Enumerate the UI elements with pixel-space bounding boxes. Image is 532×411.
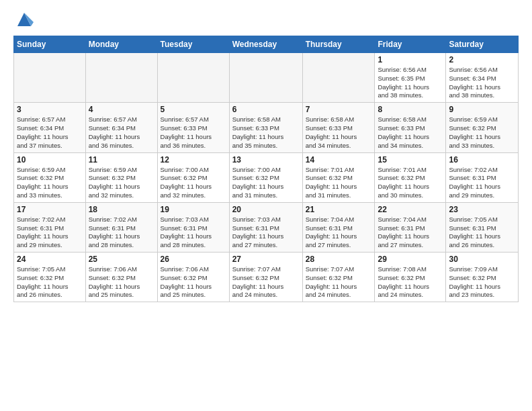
day-number: 28 — [306, 255, 372, 264]
day-number: 9 — [449, 105, 515, 114]
day-number: 29 — [378, 255, 443, 264]
week-row-5: 24Sunrise: 7:05 AM Sunset: 6:32 PM Dayli… — [14, 253, 519, 302]
day-cell — [85, 53, 157, 103]
day-cell: 1Sunrise: 6:56 AM Sunset: 6:35 PM Daylig… — [375, 53, 446, 103]
day-number: 1 — [378, 55, 443, 64]
week-row-1: 1Sunrise: 6:56 AM Sunset: 6:35 PM Daylig… — [14, 53, 519, 103]
day-info: Sunrise: 7:02 AM Sunset: 6:31 PM Dayligh… — [449, 166, 515, 200]
day-cell: 19Sunrise: 7:03 AM Sunset: 6:31 PM Dayli… — [157, 202, 229, 252]
day-info: Sunrise: 6:56 AM Sunset: 6:34 PM Dayligh… — [449, 66, 515, 100]
day-cell: 29Sunrise: 7:08 AM Sunset: 6:32 PM Dayli… — [375, 253, 446, 302]
day-number: 20 — [232, 205, 300, 214]
day-info: Sunrise: 7:09 AM Sunset: 6:32 PM Dayligh… — [449, 265, 515, 300]
day-info: Sunrise: 7:01 AM Sunset: 6:32 PM Dayligh… — [306, 166, 372, 200]
day-number: 23 — [449, 205, 515, 214]
day-number: 12 — [161, 155, 226, 165]
weekday-header-row: SundayMondayTuesdayWednesdayThursdayFrid… — [14, 36, 519, 53]
day-info: Sunrise: 6:58 AM Sunset: 6:33 PM Dayligh… — [232, 116, 300, 150]
weekday-friday: Friday — [375, 36, 446, 53]
day-info: Sunrise: 7:06 AM Sunset: 6:32 PM Dayligh… — [89, 265, 154, 300]
day-number: 7 — [306, 105, 372, 114]
day-cell — [157, 53, 229, 103]
day-cell: 6Sunrise: 6:58 AM Sunset: 6:33 PM Daylig… — [229, 103, 302, 152]
calendar: SundayMondayTuesdayWednesdayThursdayFrid… — [13, 36, 519, 302]
day-cell: 13Sunrise: 7:00 AM Sunset: 6:32 PM Dayli… — [229, 152, 302, 202]
day-number: 26 — [161, 255, 226, 264]
day-number: 6 — [232, 105, 300, 114]
day-cell: 20Sunrise: 7:03 AM Sunset: 6:31 PM Dayli… — [229, 202, 302, 252]
day-info: Sunrise: 6:57 AM Sunset: 6:34 PM Dayligh… — [89, 116, 154, 150]
day-cell: 22Sunrise: 7:04 AM Sunset: 6:31 PM Dayli… — [375, 202, 446, 252]
day-cell: 27Sunrise: 7:07 AM Sunset: 6:32 PM Dayli… — [229, 253, 302, 302]
day-cell: 30Sunrise: 7:09 AM Sunset: 6:32 PM Dayli… — [446, 253, 519, 302]
day-info: Sunrise: 6:59 AM Sunset: 6:32 PM Dayligh… — [17, 166, 83, 200]
day-cell: 4Sunrise: 6:57 AM Sunset: 6:34 PM Daylig… — [85, 103, 157, 152]
logo — [13, 10, 34, 29]
weekday-sunday: Sunday — [14, 36, 86, 53]
logo-icon — [15, 10, 34, 29]
day-cell: 23Sunrise: 7:05 AM Sunset: 6:31 PM Dayli… — [446, 202, 519, 252]
day-cell: 9Sunrise: 6:59 AM Sunset: 6:32 PM Daylig… — [446, 103, 519, 152]
day-cell: 5Sunrise: 6:57 AM Sunset: 6:33 PM Daylig… — [157, 103, 229, 152]
day-number: 30 — [449, 255, 515, 264]
day-number: 16 — [449, 155, 515, 165]
day-info: Sunrise: 7:03 AM Sunset: 6:31 PM Dayligh… — [232, 216, 300, 250]
day-cell: 21Sunrise: 7:04 AM Sunset: 6:31 PM Dayli… — [302, 202, 375, 252]
day-cell: 25Sunrise: 7:06 AM Sunset: 6:32 PM Dayli… — [85, 253, 157, 302]
day-info: Sunrise: 7:00 AM Sunset: 6:32 PM Dayligh… — [232, 166, 300, 200]
day-info: Sunrise: 6:56 AM Sunset: 6:35 PM Dayligh… — [378, 66, 443, 100]
day-cell: 14Sunrise: 7:01 AM Sunset: 6:32 PM Dayli… — [302, 152, 375, 202]
day-info: Sunrise: 7:04 AM Sunset: 6:31 PM Dayligh… — [306, 216, 372, 250]
day-number: 11 — [89, 155, 154, 165]
weekday-wednesday: Wednesday — [229, 36, 302, 53]
day-number: 10 — [17, 155, 83, 165]
weekday-thursday: Thursday — [302, 36, 375, 53]
day-number: 15 — [378, 155, 443, 165]
day-number: 17 — [17, 205, 83, 214]
day-info: Sunrise: 7:08 AM Sunset: 6:32 PM Dayligh… — [378, 265, 443, 300]
day-cell: 2Sunrise: 6:56 AM Sunset: 6:34 PM Daylig… — [446, 53, 519, 103]
day-cell: 26Sunrise: 7:06 AM Sunset: 6:32 PM Dayli… — [157, 253, 229, 302]
weekday-tuesday: Tuesday — [157, 36, 229, 53]
day-number: 8 — [378, 105, 443, 114]
page: SundayMondayTuesdayWednesdayThursdayFrid… — [0, 0, 532, 312]
day-info: Sunrise: 7:00 AM Sunset: 6:32 PM Dayligh… — [161, 166, 226, 200]
day-info: Sunrise: 6:58 AM Sunset: 6:33 PM Dayligh… — [378, 116, 443, 150]
day-cell: 18Sunrise: 7:02 AM Sunset: 6:31 PM Dayli… — [85, 202, 157, 252]
day-number: 4 — [89, 105, 154, 114]
week-row-3: 10Sunrise: 6:59 AM Sunset: 6:32 PM Dayli… — [14, 152, 519, 202]
day-cell: 10Sunrise: 6:59 AM Sunset: 6:32 PM Dayli… — [14, 152, 86, 202]
day-cell: 15Sunrise: 7:01 AM Sunset: 6:32 PM Dayli… — [375, 152, 446, 202]
day-info: Sunrise: 6:58 AM Sunset: 6:33 PM Dayligh… — [306, 116, 372, 150]
day-number: 24 — [17, 255, 83, 264]
day-cell: 16Sunrise: 7:02 AM Sunset: 6:31 PM Dayli… — [446, 152, 519, 202]
day-cell — [302, 53, 375, 103]
day-info: Sunrise: 7:01 AM Sunset: 6:32 PM Dayligh… — [378, 166, 443, 200]
week-row-2: 3Sunrise: 6:57 AM Sunset: 6:34 PM Daylig… — [14, 103, 519, 152]
day-info: Sunrise: 7:05 AM Sunset: 6:32 PM Dayligh… — [17, 265, 83, 300]
day-cell: 28Sunrise: 7:07 AM Sunset: 6:32 PM Dayli… — [302, 253, 375, 302]
day-cell: 17Sunrise: 7:02 AM Sunset: 6:31 PM Dayli… — [14, 202, 86, 252]
day-info: Sunrise: 7:06 AM Sunset: 6:32 PM Dayligh… — [161, 265, 226, 300]
day-info: Sunrise: 7:07 AM Sunset: 6:32 PM Dayligh… — [306, 265, 372, 300]
day-number: 19 — [161, 205, 226, 214]
day-cell — [229, 53, 302, 103]
day-cell: 11Sunrise: 6:59 AM Sunset: 6:32 PM Dayli… — [85, 152, 157, 202]
day-info: Sunrise: 7:05 AM Sunset: 6:31 PM Dayligh… — [449, 216, 515, 250]
day-info: Sunrise: 7:04 AM Sunset: 6:31 PM Dayligh… — [378, 216, 443, 250]
day-number: 14 — [306, 155, 372, 165]
day-info: Sunrise: 7:02 AM Sunset: 6:31 PM Dayligh… — [89, 216, 154, 250]
weekday-monday: Monday — [85, 36, 157, 53]
day-info: Sunrise: 6:59 AM Sunset: 6:32 PM Dayligh… — [89, 166, 154, 200]
week-row-4: 17Sunrise: 7:02 AM Sunset: 6:31 PM Dayli… — [14, 202, 519, 252]
header — [13, 10, 519, 29]
day-number: 13 — [232, 155, 300, 165]
day-number: 27 — [232, 255, 300, 264]
day-info: Sunrise: 7:03 AM Sunset: 6:31 PM Dayligh… — [161, 216, 226, 250]
day-cell — [14, 53, 86, 103]
day-info: Sunrise: 7:02 AM Sunset: 6:31 PM Dayligh… — [17, 216, 83, 250]
day-number: 18 — [89, 205, 154, 214]
day-info: Sunrise: 6:57 AM Sunset: 6:34 PM Dayligh… — [17, 116, 83, 150]
day-number: 25 — [89, 255, 154, 264]
day-number: 5 — [161, 105, 226, 114]
